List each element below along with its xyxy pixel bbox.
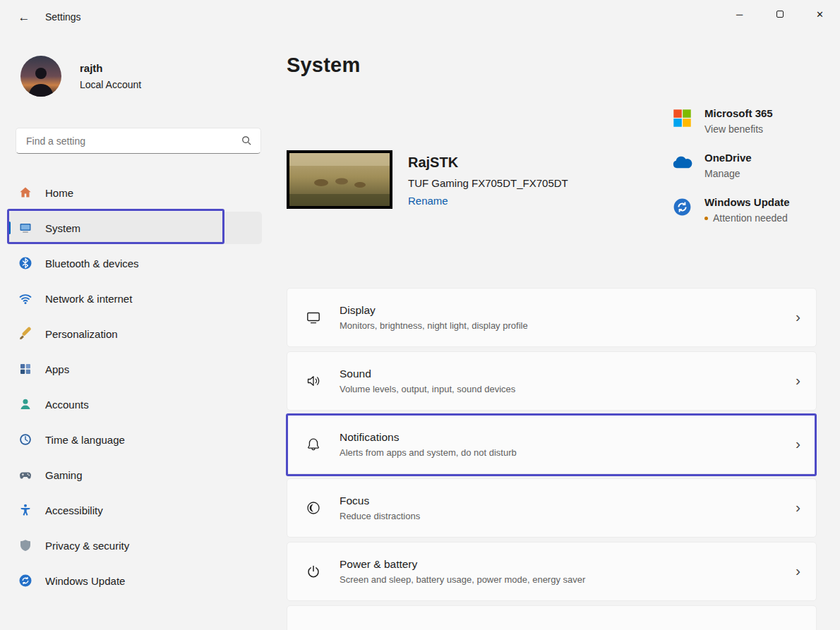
row-subtitle: Monitors, brightness, night light, displ…: [340, 320, 796, 331]
quick-link-microsoft-365[interactable]: Microsoft 365 View benefits: [673, 107, 835, 135]
system-icon: [18, 221, 32, 235]
accounts-icon: [18, 397, 32, 411]
sidebar-item-label: Privacy & security: [45, 540, 129, 552]
close-button[interactable]: ✕: [800, 0, 840, 28]
page-title: System: [287, 54, 360, 77]
sidebar-item-system[interactable]: System: [8, 212, 262, 244]
personalization-icon: [18, 327, 32, 341]
sidebar-item-label: Bluetooth & devices: [45, 258, 139, 269]
maximize-button[interactable]: [760, 0, 800, 28]
sidebar-item-time-language[interactable]: Time & language: [8, 423, 262, 456]
windows-update-icon: [673, 196, 694, 224]
network-icon: [18, 291, 32, 305]
update-status-text: Attention needed: [713, 212, 788, 224]
row-title: Storage: [340, 627, 796, 630]
device-header: RajSTK TUF Gaming FX705DT_FX705DT Rename: [287, 150, 568, 209]
sidebar-item-privacy-security[interactable]: Privacy & security: [8, 529, 262, 562]
chevron-right-icon: ›: [796, 499, 800, 517]
view-benefits-link[interactable]: View benefits: [704, 123, 773, 135]
settings-row-power-battery[interactable]: Power & battery Screen and sleep, batter…: [287, 542, 817, 601]
chevron-right-icon: ›: [796, 309, 800, 327]
device-image: [287, 150, 392, 209]
minimize-icon: ─: [736, 9, 743, 20]
bluetooth-icon: [18, 256, 32, 270]
chevron-right-icon: ›: [796, 563, 800, 581]
titlebar: ← Settings ─ ✕: [0, 0, 840, 34]
power-icon: [306, 564, 321, 579]
rename-link[interactable]: Rename: [408, 195, 448, 207]
account-name: rajth: [80, 62, 141, 74]
quick-links: Microsoft 365 View benefits OneDrive Man…: [673, 107, 835, 224]
back-button[interactable]: ←: [10, 7, 38, 28]
accessibility-icon: [18, 503, 32, 517]
search-icon: [241, 135, 252, 146]
device-name: RajSTK: [408, 155, 568, 171]
sidebar-item-label: Time & language: [45, 434, 125, 446]
onedrive-icon: [673, 152, 694, 179]
microsoft-365-logo: [673, 107, 694, 135]
update-icon: [18, 574, 32, 588]
focus-icon: [306, 500, 321, 516]
window-controls: ─ ✕: [719, 0, 840, 28]
settings-row-focus[interactable]: Focus Reduce distractions ›: [287, 478, 817, 538]
row-title: Display: [340, 304, 796, 317]
sidebar-item-label: Home: [45, 187, 73, 199]
chevron-right-icon: ›: [796, 372, 800, 390]
row-title: Focus: [340, 495, 796, 507]
close-icon: ✕: [816, 9, 824, 20]
avatar: [20, 56, 61, 97]
bell-icon: [306, 437, 321, 452]
row-subtitle: Volume levels, output, input, sound devi…: [340, 384, 796, 394]
settings-row-sound[interactable]: Sound Volume levels, output, input, soun…: [287, 351, 817, 411]
sidebar-item-label: Network & internet: [45, 293, 132, 305]
speaker-icon: [306, 373, 321, 389]
attention-dot-icon: [704, 217, 708, 220]
account-header: rajth Local Account: [20, 56, 141, 97]
update-status: Attention needed: [704, 212, 790, 224]
maximize-icon: [776, 11, 784, 18]
storage-icon: [306, 627, 321, 630]
settings-row-storage[interactable]: Storage ›: [287, 605, 817, 630]
row-title: Sound: [340, 368, 796, 380]
quick-link-title: Microsoft 365: [704, 107, 773, 119]
shield-icon: [18, 538, 32, 552]
sidebar-item-network-internet[interactable]: Network & internet: [8, 282, 262, 315]
sidebar-item-accessibility[interactable]: Accessibility: [8, 494, 262, 526]
minimize-button[interactable]: ─: [719, 0, 760, 28]
quick-link-title: Windows Update: [704, 196, 790, 208]
sidebar-item-gaming[interactable]: Gaming: [8, 459, 262, 491]
sidebar-item-accounts[interactable]: Accounts: [8, 388, 262, 420]
apps-icon: [18, 362, 32, 376]
sidebar-item-label: Accounts: [45, 399, 89, 411]
device-model: TUF Gaming FX705DT_FX705DT: [408, 177, 568, 189]
display-icon: [306, 310, 321, 325]
sidebar-item-label: Apps: [45, 363, 69, 375]
quick-link-windows-update[interactable]: Windows Update Attention needed: [673, 196, 835, 224]
window-title: Settings: [45, 11, 81, 23]
account-type: Local Account: [80, 79, 141, 90]
row-title: Notifications: [340, 431, 796, 444]
sidebar-item-label: Gaming: [45, 469, 83, 481]
search-input[interactable]: [25, 135, 241, 147]
gamepad-icon: [18, 468, 32, 482]
search-box[interactable]: [16, 128, 261, 154]
chevron-right-icon: ›: [796, 436, 800, 454]
back-arrow-icon: ←: [18, 11, 30, 25]
row-subtitle: Screen and sleep, battery usage, power m…: [340, 574, 796, 585]
sidebar-item-home[interactable]: Home: [8, 176, 262, 209]
settings-list: Display Monitors, brightness, night ligh…: [287, 288, 817, 630]
sidebar-item-personalization[interactable]: Personalization: [8, 317, 262, 350]
settings-row-display[interactable]: Display Monitors, brightness, night ligh…: [287, 288, 817, 347]
row-subtitle: Reduce distractions: [340, 511, 796, 521]
sidebar-item-bluetooth-devices[interactable]: Bluetooth & devices: [8, 247, 262, 279]
settings-row-notifications[interactable]: Notifications Alerts from apps and syste…: [287, 415, 817, 474]
sidebar-item-label: Personalization: [45, 328, 118, 340]
clock-icon: [18, 432, 32, 447]
sidebar-item-apps[interactable]: Apps: [8, 353, 262, 385]
quick-link-onedrive[interactable]: OneDrive Manage: [673, 152, 835, 179]
manage-link[interactable]: Manage: [704, 168, 752, 179]
sidebar-item-label: System: [45, 222, 80, 234]
sidebar-item-windows-update[interactable]: Windows Update: [8, 564, 262, 597]
row-subtitle: Alerts from apps and system, do not dist…: [340, 447, 796, 458]
chevron-right-icon: ›: [796, 626, 800, 630]
